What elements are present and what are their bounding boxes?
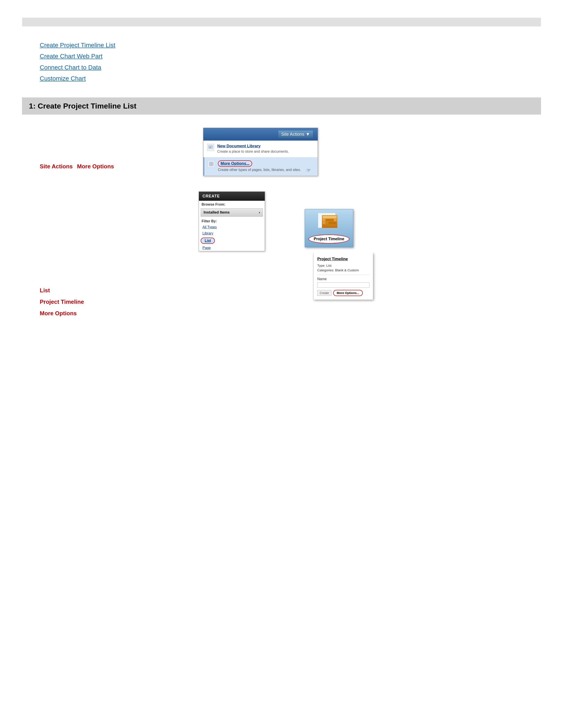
dropdown-arrow-icon: ▼: [306, 132, 310, 137]
project-timeline-card[interactable]: Project Timeline: [305, 209, 353, 247]
instruction-block-1: Site Actions More Options: [40, 163, 172, 170]
table-header: [323, 216, 337, 218]
menu-item-2-title: More Options...: [220, 161, 249, 166]
page-wrapper: Create Project Timeline List Create Char…: [0, 0, 563, 728]
dialog-more-options-button[interactable]: More Options...: [333, 290, 363, 296]
create-panel: CREATE Browse From: Installed Items › Fi…: [199, 191, 265, 251]
icon-table-overlay: [322, 215, 337, 228]
filter-list-container[interactable]: List: [199, 236, 265, 245]
more-options-icon: [208, 160, 215, 167]
svg-rect-7: [211, 164, 213, 166]
svg-rect-2: [209, 147, 212, 147]
menu-item-2-text: More Options... Create other types of pa…: [218, 160, 314, 172]
menu-item-1-title: New Document Library: [217, 144, 314, 148]
menu-item-2-desc: Create other types of pages, lists, libr…: [218, 167, 314, 172]
content-area: Site Actions More Options List Project T…: [22, 128, 541, 319]
svg-rect-6: [209, 164, 211, 166]
menu-item-new-doc-library[interactable]: New Document Library Create a place to s…: [203, 141, 318, 157]
more-options-circle: More Options...: [218, 160, 252, 167]
dialog-buttons: Create More Options...: [317, 290, 369, 296]
top-bar: [22, 18, 541, 26]
dialog-type: Type: List: [317, 264, 369, 267]
filter-all-types[interactable]: All Types: [199, 224, 265, 230]
filter-library[interactable]: Library: [199, 230, 265, 236]
installed-items-label: Installed Items: [203, 210, 229, 215]
cursor-icon: ☞: [307, 167, 311, 173]
filter-by-label: Filter By:: [199, 218, 265, 224]
site-actions-button[interactable]: Site Actions ▼: [278, 130, 313, 138]
more-options-label-1: More Options: [77, 163, 114, 170]
svg-rect-5: [211, 162, 213, 164]
section1-header: 1: Create Project Timeline List: [22, 98, 541, 114]
site-actions-btn-label: Site Actions: [281, 132, 305, 137]
dialog-name-label: Name: [317, 277, 369, 281]
screenshot-create-dialog: CREATE Browse From: Installed Items › Fi…: [199, 191, 353, 251]
more-options-dialog: Project Timeline Type: List Categories: …: [314, 253, 373, 300]
installed-items-button[interactable]: Installed Items ›: [201, 208, 263, 217]
instruction-block-2: List Project Timeline More Options: [40, 285, 172, 319]
table-cell-3: [323, 222, 325, 224]
menu-item-more-options[interactable]: More Options... Create other types of pa…: [203, 157, 318, 176]
site-actions-dropdown: New Document Library Create a place to s…: [203, 141, 318, 176]
filter-page[interactable]: Page: [199, 245, 265, 251]
toc-link-4[interactable]: Customize Chart: [40, 73, 541, 84]
toc-link-3[interactable]: Connect Chart to Data: [40, 62, 541, 73]
dialog-divider: [317, 275, 369, 275]
timeline-card-icon: [318, 213, 340, 231]
table-bar: [326, 219, 334, 221]
installed-items-arrow: ›: [259, 210, 260, 215]
project-timeline-label-text: Project Timeline: [40, 296, 172, 308]
svg-rect-4: [209, 162, 211, 164]
project-timeline-card-label: Project Timeline: [309, 235, 350, 244]
menu-item-1-text: New Document Library Create a place to s…: [217, 144, 314, 154]
right-screenshots: Site Actions ▼: [190, 128, 541, 319]
left-instructions: Site Actions More Options List Project T…: [40, 128, 172, 319]
toc-link-1[interactable]: Create Project Timeline List: [40, 40, 541, 51]
screenshot-header-bar: Site Actions ▼: [203, 128, 318, 141]
dialog-categories: Categories: Blank & Custom: [317, 268, 369, 272]
menu-item-1-desc: Create a place to store and share docume…: [217, 149, 314, 154]
dialog-title: Project Timeline: [317, 257, 369, 261]
table-bar-2: [329, 222, 337, 224]
list-label: List: [40, 285, 172, 296]
toc-section: Create Project Timeline List Create Char…: [22, 40, 541, 84]
dialog-create-button[interactable]: Create: [317, 290, 332, 296]
site-actions-label: Site Actions: [40, 163, 73, 170]
dialog-name-input[interactable]: [317, 282, 369, 288]
table-cell-2: [334, 219, 337, 221]
svg-rect-3: [209, 148, 211, 148]
toc-link-2[interactable]: Create Chart Web Part: [40, 51, 541, 62]
create-header: CREATE: [199, 192, 265, 201]
filter-list-label: List: [205, 239, 211, 242]
browse-from-label: Browse From:: [199, 201, 265, 207]
screenshot-site-actions: Site Actions ▼: [203, 128, 318, 176]
table-cell: [323, 219, 325, 221]
doc-library-icon: [207, 144, 214, 151]
more-options-label-2: More Options: [40, 308, 172, 319]
